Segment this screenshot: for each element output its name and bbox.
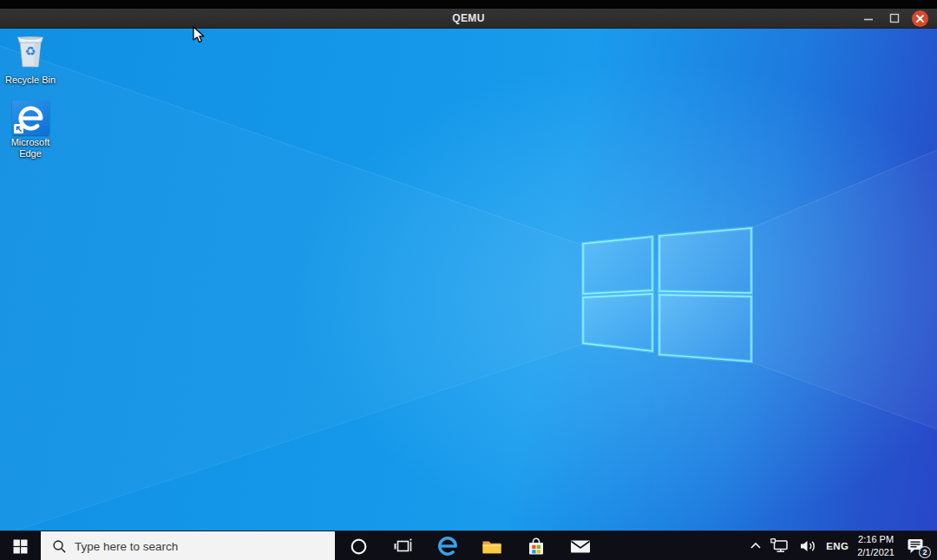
search-icon [52,539,67,554]
windows-logo-wallpaper [0,29,937,531]
edge-taskbar-button[interactable] [425,531,469,560]
folder-icon [482,538,502,555]
start-button[interactable] [0,531,41,560]
notification-count-badge: 2 [919,546,931,558]
task-view-button[interactable] [381,531,425,560]
store-bag-icon [527,537,546,557]
network-button[interactable] [766,531,795,560]
action-center-button[interactable]: 2 [899,531,932,560]
window-title: QEMU [0,12,937,24]
store-button[interactable] [514,531,558,560]
window-controls [860,9,928,28]
tray-chevron-button[interactable] [745,531,766,560]
window-top-strip [0,0,937,9]
edge-tile [12,101,49,135]
file-explorer-button[interactable] [469,531,514,560]
maximize-icon [888,12,901,24]
desktop-icon-recycle-bin[interactable]: ♻ Recycle Bin [1,31,60,86]
close-icon [915,14,925,23]
maximize-button[interactable] [886,10,902,27]
task-view-icon [394,538,413,554]
chevron-up-icon [750,542,762,550]
taskbar: ENG 2:16 PM 2/1/2021 2 [0,531,937,560]
edge-e-icon [436,535,459,557]
desktop-icon-label: Microsoft Edge [1,137,60,159]
shortcut-arrow-icon [14,124,23,133]
recycle-bin-icon: ♻ [13,31,48,69]
desktop-icon-microsoft-edge[interactable]: Microsoft Edge [1,101,60,159]
mail-button[interactable] [558,531,602,560]
envelope-icon [570,539,591,554]
language-indicator[interactable]: ENG [822,531,853,560]
svg-text:♻: ♻ [25,44,36,58]
taskbar-search[interactable] [41,531,335,560]
tray-date: 2/1/2021 [857,546,894,558]
ethernet-network-icon [770,538,790,553]
close-button[interactable] [912,10,928,27]
windows-start-icon [13,539,28,554]
titlebar[interactable]: QEMU [0,9,937,29]
desktop[interactable]: ♻ Recycle Bin Microsoft Edge [0,29,937,531]
qemu-window: QEMU [0,0,937,560]
volume-button[interactable] [795,531,822,560]
tray-time: 2:16 PM [858,533,894,545]
clock[interactable]: 2:16 PM 2/1/2021 [853,531,899,560]
search-input[interactable] [75,531,335,560]
minimize-button[interactable] [860,10,876,27]
cortana-button[interactable] [337,531,381,560]
minimize-icon [862,12,875,24]
speaker-icon [799,539,817,553]
desktop-icon-label: Recycle Bin [1,75,60,86]
taskbar-apps [337,531,602,560]
cortana-circle-icon [350,537,368,556]
system-tray: ENG 2:16 PM 2/1/2021 2 [745,531,937,560]
